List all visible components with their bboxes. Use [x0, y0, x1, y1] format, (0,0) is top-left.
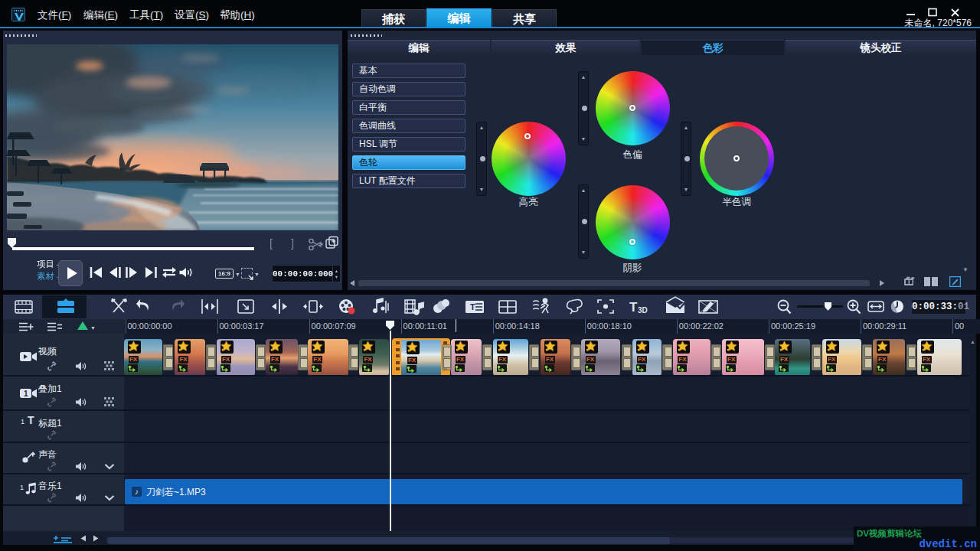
- svg-text:T: T: [470, 302, 475, 311]
- svg-text:1: 1: [24, 390, 28, 398]
- svg-text:3D: 3D: [638, 306, 648, 315]
- svg-text:T: T: [629, 300, 638, 315]
